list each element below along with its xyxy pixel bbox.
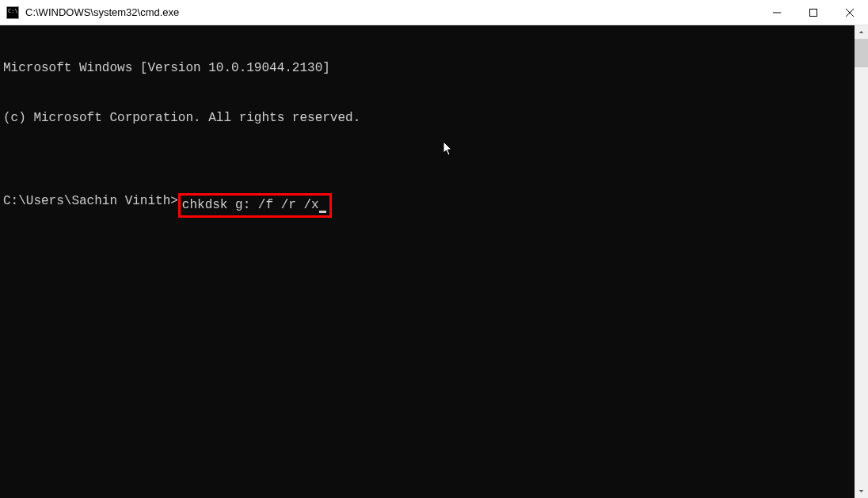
prompt-line: C:\Users\Sachin Vinith>chkdsk g: /f /r /… bbox=[3, 193, 851, 218]
close-button[interactable] bbox=[832, 0, 868, 25]
prompt: C:\Users\Sachin Vinith> bbox=[3, 193, 178, 210]
minimize-button[interactable] bbox=[759, 0, 795, 25]
maximize-icon bbox=[809, 9, 817, 17]
chevron-down-icon bbox=[858, 488, 864, 494]
mouse-cursor-icon bbox=[383, 125, 392, 139]
minimize-icon bbox=[773, 9, 781, 17]
text-cursor bbox=[319, 211, 326, 213]
titlebar-left: C:\WINDOWS\system32\cmd.exe bbox=[0, 6, 179, 19]
cmd-icon bbox=[6, 6, 19, 19]
command-text: chkdsk g: /f /r /x bbox=[182, 198, 319, 212]
cmd-window: C:\WINDOWS\system32\cmd.exe bbox=[0, 0, 868, 498]
terminal-output-line: Microsoft Windows [Version 10.0.19044.21… bbox=[3, 60, 851, 77]
maximize-button[interactable] bbox=[795, 0, 832, 25]
terminal-output-line: (c) Microsoft Corporation. All rights re… bbox=[3, 110, 851, 127]
scrollbar-thumb[interactable] bbox=[855, 39, 868, 67]
scrollbar-track[interactable] bbox=[855, 39, 868, 485]
scrollbar-down-button[interactable] bbox=[855, 485, 868, 498]
window-controls bbox=[759, 0, 868, 25]
chevron-up-icon bbox=[858, 29, 864, 35]
terminal[interactable]: Microsoft Windows [Version 10.0.19044.21… bbox=[0, 25, 855, 498]
scrollbar-up-button[interactable] bbox=[855, 25, 868, 39]
vertical-scrollbar[interactable] bbox=[855, 25, 868, 498]
titlebar[interactable]: C:\WINDOWS\system32\cmd.exe bbox=[0, 0, 868, 25]
terminal-container: Microsoft Windows [Version 10.0.19044.21… bbox=[0, 25, 868, 498]
close-icon bbox=[846, 9, 854, 17]
highlighted-command: chkdsk g: /f /r /x bbox=[178, 193, 332, 218]
window-title: C:\WINDOWS\system32\cmd.exe bbox=[25, 6, 179, 18]
svg-rect-1 bbox=[810, 10, 817, 17]
